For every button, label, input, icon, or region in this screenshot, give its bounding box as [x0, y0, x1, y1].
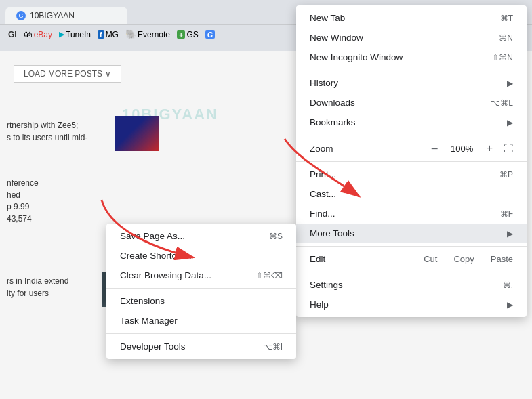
- submenu-item-developer-tools[interactable]: Developer Tools ⌥⌘I: [106, 337, 296, 356]
- article-snippet-2: nference hed: [7, 177, 39, 201]
- menu-item-new-incognito[interactable]: New Incognito Window ⇧⌘N: [296, 47, 527, 67]
- menu-item-downloads[interactable]: Downloads ⌥⌘L: [296, 93, 527, 112]
- submenu-item-task-manager[interactable]: Task Manager: [106, 311, 296, 331]
- main-menu: New Tab ⌘T New Window ⌘N New Incognito W…: [296, 5, 527, 317]
- paste-button[interactable]: Paste: [491, 254, 513, 264]
- submenu-item-clear-browsing[interactable]: Clear Browsing Data... ⇧⌘⌫: [106, 266, 296, 285]
- zoom-row: Zoom – 100% + ⛶: [296, 138, 527, 159]
- bookmark-gs[interactable]: +GS: [177, 30, 199, 39]
- menu-item-new-window[interactable]: New Window ⌘N: [296, 28, 527, 47]
- zoom-minus-button[interactable]: –: [429, 141, 441, 156]
- zoom-plus-button[interactable]: +: [484, 141, 495, 156]
- submenu-divider-1: [106, 288, 296, 289]
- submenu-item-extensions[interactable]: Extensions: [106, 291, 296, 311]
- menu-divider-3: [296, 161, 527, 162]
- zoom-value: 100%: [449, 144, 476, 154]
- menu-item-history[interactable]: History ▶: [296, 73, 527, 93]
- submenu-item-create-shortcut[interactable]: Create Shortcut...: [106, 246, 296, 266]
- bookmark-evernote[interactable]: 🐘Evernote: [125, 29, 170, 39]
- edit-row: Edit Cut Copy Paste: [296, 249, 527, 269]
- bookmark-ebay[interactable]: 🛍eBay: [24, 29, 52, 39]
- article-image-1: [115, 116, 159, 151]
- menu-item-cast[interactable]: Cast...: [296, 184, 527, 204]
- submenu-item-save-page[interactable]: Save Page As... ⌘S: [106, 226, 296, 246]
- menu-divider-5: [296, 272, 527, 272]
- fullscreen-button[interactable]: ⛶: [504, 143, 513, 154]
- more-tools-submenu: Save Page As... ⌘S Create Shortcut... Cl…: [106, 224, 296, 359]
- menu-divider-1: [296, 70, 527, 70]
- copy-button[interactable]: Copy: [453, 254, 474, 264]
- bookmark-fb[interactable]: fMG: [98, 30, 119, 39]
- active-tab[interactable]: G 10BIGYAAN: [5, 7, 127, 24]
- tab-favicon: G: [16, 11, 26, 20]
- bookmark-g[interactable]: G: [205, 30, 216, 39]
- menu-item-settings[interactable]: Settings ⌘,: [296, 275, 527, 295]
- menu-item-bookmarks[interactable]: Bookmarks ▶: [296, 112, 527, 132]
- menu-item-print[interactable]: Print... ⌘P: [296, 165, 527, 184]
- load-more-button[interactable]: LOAD MORE POSTS ∨: [14, 65, 121, 83]
- submenu-divider-2: [106, 333, 296, 334]
- bookmark-gi[interactable]: GI: [8, 30, 17, 39]
- cut-button[interactable]: Cut: [424, 254, 437, 264]
- article-snippet-1: rtnership with Zee5; s to its users unti…: [7, 119, 87, 144]
- article-snippet-2b: p 9.99 43,574: [7, 201, 32, 225]
- menu-item-new-tab[interactable]: New Tab ⌘T: [296, 8, 527, 28]
- menu-item-more-tools[interactable]: More Tools ▶: [296, 224, 527, 243]
- menu-divider-4: [296, 246, 527, 247]
- bookmark-tunein[interactable]: ▶TuneIn: [59, 30, 91, 39]
- menu-item-find[interactable]: Find... ⌘F: [296, 204, 527, 224]
- menu-item-help[interactable]: Help ▶: [296, 295, 527, 314]
- tab-title: 10BIGYAAN: [30, 11, 75, 20]
- article-snippet-3: rs in India extend ity for users: [7, 275, 68, 299]
- menu-divider-2: [296, 135, 527, 135]
